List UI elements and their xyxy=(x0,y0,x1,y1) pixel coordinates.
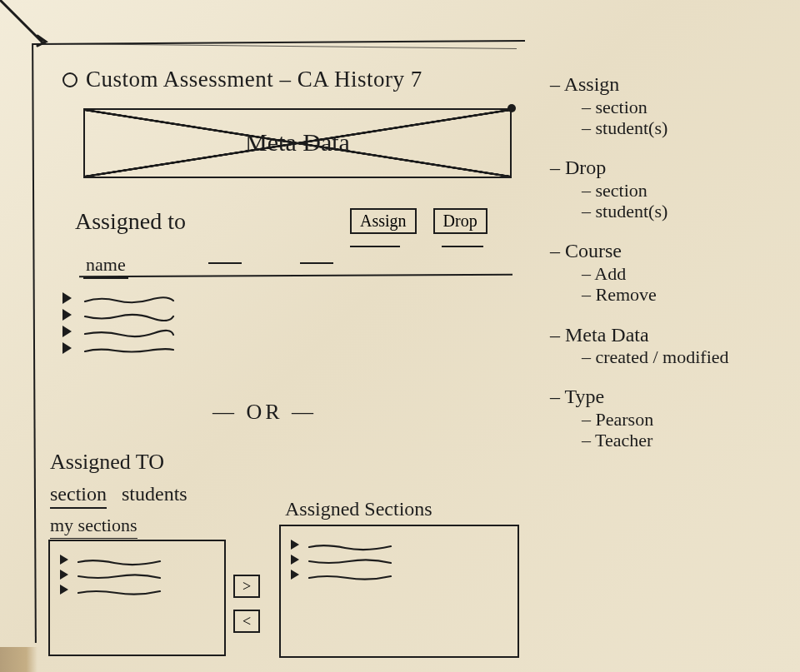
column-header-placeholder xyxy=(208,262,242,264)
expand-icon[interactable] xyxy=(60,585,68,595)
assigned-sections-header: Assigned Sections xyxy=(285,498,432,520)
list-item[interactable] xyxy=(60,585,214,595)
note-heading: Assign xyxy=(550,73,800,97)
back-circle-icon[interactable] xyxy=(62,72,78,87)
my-sections-header: my sections xyxy=(50,515,138,539)
note-item: created / modified xyxy=(582,346,800,367)
text-placeholder xyxy=(308,540,399,550)
underline xyxy=(350,246,400,247)
list-item[interactable] xyxy=(62,309,175,321)
meta-data-label: Meta Data xyxy=(85,128,510,157)
note-heading: Drop xyxy=(550,157,800,180)
text-placeholder xyxy=(83,293,175,303)
meta-data-placeholder: Meta Data xyxy=(83,108,512,178)
expand-icon[interactable] xyxy=(291,570,299,580)
or-separator: — OR — xyxy=(212,400,317,425)
expand-icon[interactable] xyxy=(62,309,72,321)
drop-button[interactable]: Drop xyxy=(433,208,488,234)
assigned-sections-panel: Assigned Sections xyxy=(279,525,519,658)
list-item[interactable] xyxy=(291,570,508,580)
note-item: student(s) xyxy=(582,117,800,138)
text-placeholder xyxy=(308,570,399,580)
frame-edge xyxy=(32,43,37,643)
text-placeholder xyxy=(77,555,168,565)
list-item[interactable] xyxy=(62,292,175,304)
list-item[interactable] xyxy=(62,326,175,337)
table-rule xyxy=(79,274,512,278)
wireframe-sketch: Custom Assessment – CA History 7 Meta Da… xyxy=(0,0,800,672)
move-right-button[interactable]: > xyxy=(233,575,260,598)
text-placeholder xyxy=(83,310,175,320)
frame-edge xyxy=(50,43,517,49)
expand-icon[interactable] xyxy=(291,555,299,565)
list-item[interactable] xyxy=(60,555,214,565)
list-item[interactable] xyxy=(291,555,508,565)
text-placeholder xyxy=(308,555,399,565)
text-placeholder xyxy=(77,585,168,595)
margin-notes: Assign section student(s) Drop section s… xyxy=(550,73,800,470)
expand-icon[interactable] xyxy=(62,292,72,304)
photo-edge xyxy=(0,647,38,672)
note-item: Remove xyxy=(582,284,800,305)
expand-icon[interactable] xyxy=(62,342,72,354)
expand-icon[interactable] xyxy=(60,570,68,580)
page-title: Custom Assessment – CA History 7 xyxy=(86,67,422,92)
note-heading: Meta Data xyxy=(550,324,800,347)
note-item: Add xyxy=(582,263,800,284)
expand-icon[interactable] xyxy=(60,555,68,565)
move-left-button[interactable]: < xyxy=(233,610,260,633)
assigned-to-heading: Assigned to xyxy=(75,208,186,234)
text-placeholder xyxy=(83,343,175,353)
list-item[interactable] xyxy=(60,570,214,580)
expand-icon[interactable] xyxy=(291,540,299,550)
assign-button[interactable]: Assign xyxy=(350,208,417,234)
note-heading: Type xyxy=(550,386,800,409)
list-item[interactable] xyxy=(291,540,508,550)
tab-students[interactable]: students xyxy=(122,483,188,509)
underline xyxy=(442,246,483,247)
available-sections-panel xyxy=(48,540,226,656)
note-item: student(s) xyxy=(582,201,800,222)
note-item: Pearson xyxy=(582,409,800,430)
note-item: section xyxy=(582,97,800,117)
text-placeholder xyxy=(77,570,168,580)
assigned-to-heading-alt: Assigned TO xyxy=(50,450,164,475)
text-placeholder xyxy=(83,326,175,336)
list-item[interactable] xyxy=(62,342,175,354)
column-header-placeholder xyxy=(300,262,333,264)
expand-icon[interactable] xyxy=(62,326,72,337)
assigned-list xyxy=(62,287,175,359)
corner-dot-icon xyxy=(508,104,516,112)
note-item: Teacher xyxy=(582,430,800,450)
tab-section[interactable]: section xyxy=(50,483,107,509)
note-item: section xyxy=(582,180,800,201)
note-heading: Course xyxy=(550,240,800,263)
